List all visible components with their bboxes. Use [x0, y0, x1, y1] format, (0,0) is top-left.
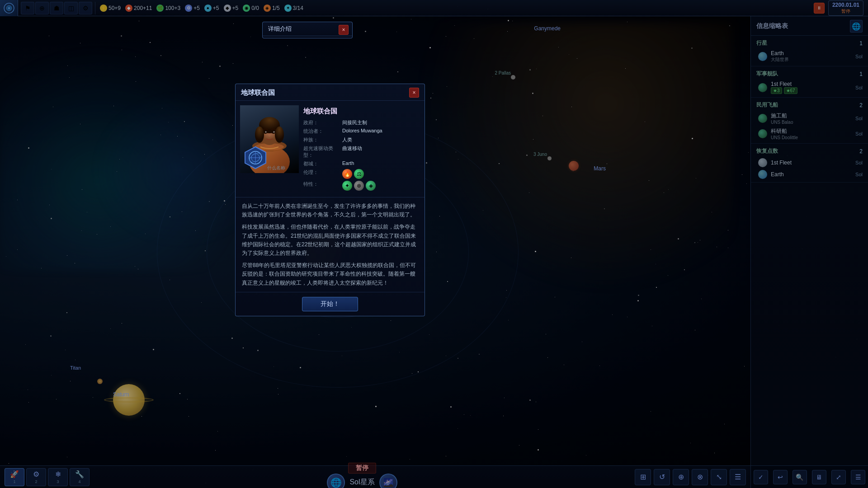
trait-icon-3[interactable]: ◈	[366, 181, 376, 191]
govt-value: 间接民主制	[342, 119, 367, 126]
detail-close-btn[interactable]: ×	[339, 25, 349, 35]
faction-description: 自从二十万年前人类在非洲诞生至今，发生了许许多多的事情，我们的种族迅速的扩张到了…	[236, 197, 425, 292]
modal-overlay	[0, 0, 868, 488]
capital-label: 都城：	[303, 160, 340, 167]
faction-top-section: 什么名称 地球联合国 政府： 间接民主制 统治者： Dolores Muwang…	[236, 101, 425, 197]
faction-emblem	[244, 146, 267, 169]
info-government: 政府： 间接民主制	[303, 119, 420, 126]
species-value: 人类	[342, 136, 352, 143]
detail-modal: 详细介绍 ×	[262, 22, 353, 38]
start-btn-area: 开始！	[236, 292, 425, 316]
trait-icon-1[interactable]: ✦	[342, 181, 352, 191]
svg-point-10	[275, 127, 284, 143]
start-button[interactable]: 开始！	[302, 297, 358, 311]
faction-desc-para-1: 自从二十万年前人类在非洲诞生至今，发生了许许多多的事情，我们的种族迅速的扩张到了…	[242, 202, 418, 219]
ruler-value: Dolores Muwanga	[342, 128, 382, 135]
faction-portrait: 什么名称	[240, 105, 299, 173]
faction-close-button[interactable]: ×	[409, 88, 419, 98]
ruler-label: 统治者：	[303, 128, 340, 135]
trait-icon-2[interactable]: ⊗	[354, 181, 364, 191]
faction-desc-para-3: 尽管88年的毛里塔尼亚警察行动让某些人厌恶大权独揽的联合国，但不可反驳的是：联合…	[242, 261, 418, 287]
svg-point-9	[255, 127, 264, 143]
faction-modal-header: 地球联合国 ×	[236, 84, 425, 101]
faction-modal: 地球联合国 ×	[235, 84, 425, 316]
ethics-label: 伦理：	[303, 169, 340, 179]
faction-name: 地球联合国	[303, 107, 420, 116]
info-ftl: 超光速驱动类型： 曲速移动	[303, 145, 420, 159]
traits-icons: ✦ ⊗ ◈	[342, 181, 376, 191]
ftl-label: 超光速驱动类型：	[303, 145, 340, 159]
govt-label: 政府：	[303, 119, 340, 126]
ethics-icons: 🔥 ⚖	[342, 169, 364, 179]
svg-point-13	[265, 131, 267, 133]
species-label: 种族：	[303, 136, 340, 143]
info-capital: 都城： Earth	[303, 160, 420, 167]
missing-name: 什么名称	[267, 165, 285, 171]
info-ruler: 统治者： Dolores Muwanga	[303, 128, 420, 135]
faction-info: 地球联合国 政府： 间接民主制 统治者： Dolores Muwanga 种族：…	[303, 105, 420, 192]
capital-value: Earth	[342, 160, 354, 167]
svg-point-14	[274, 131, 275, 133]
ftl-value: 曲速移动	[342, 145, 362, 159]
faction-modal-title: 地球联合国	[241, 89, 275, 97]
faction-desc-para-2: 科技发展虽然迅速，但也伴随着代价，在人类掌控原子能以前，战争夺走了成千上万的生命…	[242, 223, 418, 258]
ethic-icon-1[interactable]: 🔥	[342, 169, 352, 179]
info-ethics: 伦理： 🔥 ⚖	[303, 169, 420, 179]
info-traits: 特性： ✦ ⊗ ◈	[303, 181, 420, 191]
detail-close-icon[interactable]: ×	[339, 25, 349, 35]
info-species: 种族： 人类	[303, 136, 420, 143]
traits-label: 特性：	[303, 181, 340, 191]
ethic-icon-2[interactable]: ⚖	[354, 169, 364, 179]
